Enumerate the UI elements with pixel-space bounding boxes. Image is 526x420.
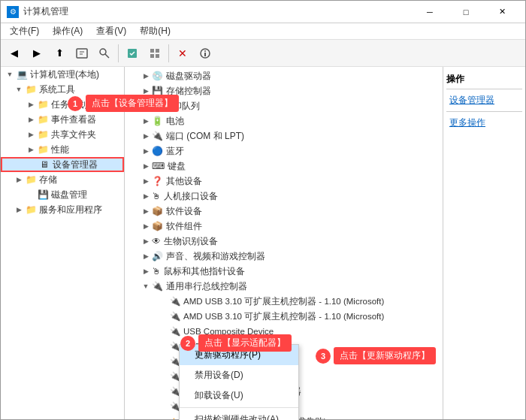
device-storage-ctrl[interactable]: ▶ 💾 存储控制器 [125,83,443,98]
toolbar-btn-2[interactable]: ▶ [26,43,47,64]
device-bluetooth[interactable]: ▶ 🔵 蓝牙 [125,144,443,159]
chevron-icon: ▶ [140,160,152,172]
toolbar-btn-6[interactable] [122,43,143,64]
context-menu-scan[interactable]: 扫描检测硬件改动(A) [180,409,298,420]
svg-rect-5 [156,49,159,53]
device-usb-composite1[interactable]: 🔌 USB Composite Device [125,324,443,339]
window-title: 计算机管理 [23,5,68,18]
context-menu-disable[interactable]: 禁用设备(D) [180,365,298,385]
expand-icon: ▶ [25,113,37,125]
folder-icon: 📁 [25,83,37,95]
chevron-icon: ▶ [140,250,152,262]
device-mouse[interactable]: ▶ 🖱 鼠标和其他指针设备 [125,264,443,279]
chevron-icon: ▶ [140,205,152,217]
toolbar-separator-1 [118,44,119,62]
window-controls: ─ □ ✕ [413,1,519,23]
svg-rect-6 [150,54,154,58]
expand-icon: ▶ [13,174,25,186]
svg-line-2 [105,54,109,58]
svg-rect-10 [204,53,206,56]
chevron-icon: ▶ [140,175,152,187]
tree-event-viewer[interactable]: ▶ 📁 事件查看器 [1,112,124,127]
title-bar: ⚙ 计算机管理 ─ □ ✕ [1,1,525,23]
expand-icon: ▶ [13,204,25,216]
tree-storage[interactable]: ▶ 📁 存储 [1,172,124,187]
maximize-button[interactable]: □ [449,1,483,23]
close-button[interactable]: ✕ [485,1,519,23]
device-audio[interactable]: ▶ 🔊 声音、视频和游戏控制器 [125,249,443,264]
title-bar-left: ⚙ 计算机管理 [7,5,68,18]
chevron-icon: ▶ [140,235,152,247]
expand-icon: ▶ [25,98,37,110]
chevron-icon: ▶ [140,100,152,112]
device-sw[interactable]: ▶ 📦 软件设备 [125,204,443,219]
toolbar-btn-delete[interactable]: ✕ [172,43,193,64]
menu-bar: 文件(F) 操作(A) 查看(V) 帮助(H) [1,23,525,40]
device-print[interactable]: ▶ 🖨 打印队列 [125,98,443,113]
device-battery[interactable]: ▶ 🔋 电池 [125,113,443,128]
svg-point-9 [204,50,206,52]
event-icon: 📁 [37,113,49,125]
perf-icon: 📁 [37,144,49,156]
device-keyboard[interactable]: ▶ ⌨ 键盘 [125,159,443,174]
actions-panel: 操作 设备管理器 更多操作 [443,67,525,419]
expand-icon: ▼ [4,68,16,80]
menu-help[interactable]: 帮助(H) [134,23,177,39]
computer-icon: 💻 [16,68,28,80]
context-menu-update-driver[interactable]: 更新驱动程序(P) [180,345,298,365]
svg-rect-0 [77,49,87,58]
toolbar-btn-properties[interactable] [195,43,216,64]
context-menu-sep-1 [180,407,298,408]
context-menu: 更新驱动程序(P) 禁用设备(D) 卸载设备(U) 扫描检测硬件改动(A) 属性… [179,344,299,420]
action-more[interactable]: 更多操作 [446,115,522,131]
toolbar-btn-4[interactable] [71,43,92,64]
storage-icon: 📁 [25,174,37,186]
chevron-icon: ▶ [140,70,152,82]
action-device-manager[interactable]: 设备管理器 [446,92,522,108]
chevron-icon: ▶ [140,130,152,142]
toolbar: ◀ ▶ ⬆ ✕ [1,40,525,67]
expand-icon: ▶ [25,128,37,141]
toolbar-btn-1[interactable]: ◀ [4,43,25,64]
device-amd-usb2[interactable]: 🔌 AMD USB 3.10 可扩展主机控制器 - 1.10 (Microsof… [125,309,443,324]
tree-device-manager[interactable]: ▶ 🖥 设备管理器 [1,157,124,172]
menu-file[interactable]: 文件(F) [4,23,45,39]
chevron-icon: ▼ [140,280,152,292]
toolbar-btn-5[interactable] [94,43,115,64]
tree-disk-mgmt[interactable]: ▶ 💾 磁盘管理 [1,187,124,202]
svg-rect-4 [150,49,154,53]
expand-icon: ▼ [13,83,25,95]
toolbar-separator-2 [168,44,169,62]
service-icon: 📁 [25,204,37,216]
tree-performance[interactable]: ▶ 📁 性能 [1,142,124,157]
device-other[interactable]: ▶ ❓ 其他设备 [125,174,443,189]
chevron-icon: ▶ [140,145,152,157]
svg-rect-7 [156,54,159,58]
device-usb-ctrl[interactable]: ▼ 🔌 通用串行总线控制器 [125,279,443,294]
disk-icon: 💾 [37,189,49,201]
device-amd-usb1[interactable]: 🔌 AMD USB 3.10 可扩展主机控制器 - 1.10 (Microsof… [125,294,443,309]
task-icon: 📁 [37,98,49,110]
menu-view[interactable]: 查看(V) [90,23,132,39]
toolbar-btn-3[interactable]: ⬆ [49,43,70,64]
tree-system-tools[interactable]: ▼ 📁 系统工具 [1,82,124,97]
context-menu-uninstall[interactable]: 卸载设备(U) [180,385,298,406]
tree-shared-folders[interactable]: ▶ 📁 共享文件夹 [1,127,124,142]
device-ports[interactable]: ▶ 🔌 端口 (COM 和 LPT) [125,128,443,144]
device-disk[interactable]: ▶ 💿 磁盘驱动器 [125,68,443,83]
tree-task-scheduler[interactable]: ▶ 📁 任务计划程序 [1,97,124,112]
shared-icon: 📁 [37,128,49,141]
chevron-icon: ▶ [140,115,152,127]
tree-services[interactable]: ▶ 📁 服务和应用程序 [1,202,124,217]
chevron-icon: ▶ [140,220,152,232]
device-bio[interactable]: ▶ 👁 生物识别设备 [125,234,443,249]
device-hid[interactable]: ▶ 🖱 人机接口设备 [125,189,443,204]
chevron-icon: ▶ [140,265,152,277]
tree-root[interactable]: ▼ 💻 计算机管理(本地) [1,67,124,82]
chevron-icon: ▶ [140,190,152,202]
menu-action[interactable]: 操作(A) [47,23,89,39]
toolbar-btn-7[interactable] [144,43,165,64]
actions-title: 操作 [446,70,522,89]
device-sw-comp[interactable]: ▶ 📦 软件组件 [125,219,443,234]
minimize-button[interactable]: ─ [413,1,447,23]
